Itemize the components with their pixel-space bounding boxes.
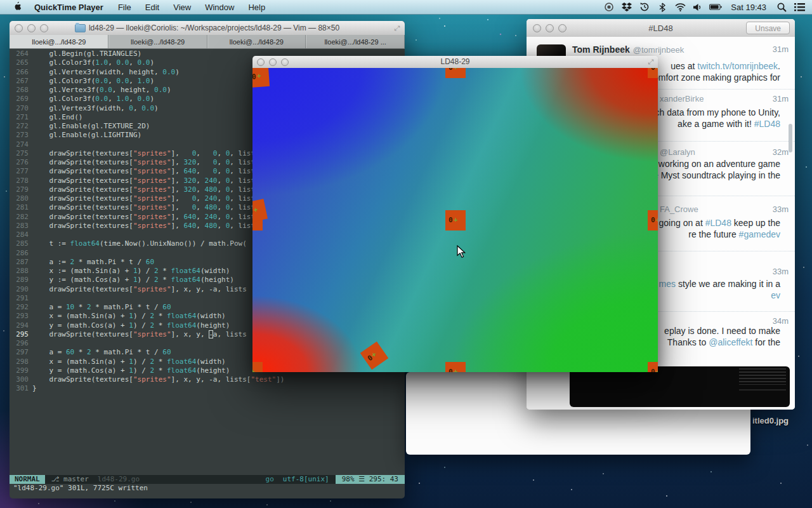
tweet-text-fragment: style we are making it in a bbox=[676, 279, 780, 289]
tweet-timestamp: 31m bbox=[773, 44, 789, 54]
sprite-label: 0 bbox=[651, 216, 655, 224]
line-number: 290 bbox=[13, 285, 29, 294]
tweet-timestamp: 32m bbox=[773, 147, 789, 157]
wifi-icon[interactable] bbox=[674, 2, 686, 12]
line-number: 282 bbox=[13, 213, 29, 222]
line-number: 288 bbox=[13, 267, 29, 276]
sprite-label: 0 bbox=[449, 216, 453, 224]
game-sprite: 0 bbox=[648, 210, 658, 231]
tweet-text-fragment: uch data from my phone to Unity, bbox=[650, 107, 780, 117]
tweet-link[interactable]: ev bbox=[771, 290, 780, 300]
game-window[interactable]: LD48-29 ⤢ 000000000000 bbox=[252, 56, 658, 372]
tweet-link[interactable]: @aliceffekt bbox=[709, 337, 752, 347]
line-number: 285 bbox=[13, 239, 29, 248]
game-titlebar[interactable]: LD48-29 ⤢ bbox=[252, 56, 658, 69]
tweet-author-handle[interactable]: @tomrijnbeek bbox=[633, 45, 684, 55]
line-number: 271 bbox=[13, 113, 29, 122]
tweet-author-handle[interactable]: @Laralyn bbox=[660, 147, 695, 157]
game-sprite: 0 bbox=[252, 199, 268, 223]
game-sprite: 0 bbox=[648, 68, 658, 78]
tweet-author-handle[interactable]: FA_Crowe bbox=[660, 204, 698, 214]
terminal-tab[interactable]: lloeki@.../ld48-29 ... bbox=[306, 35, 405, 48]
line-number: 264 bbox=[13, 50, 29, 58]
line-number: 272 bbox=[13, 122, 29, 131]
vim-filetype: go bbox=[266, 475, 274, 484]
terminal-tab[interactable]: lloeki@.../ld48-29 bbox=[108, 35, 207, 48]
tweet-text-fragment: ake a game with it! bbox=[678, 119, 754, 129]
menu-item-file[interactable]: File bbox=[111, 3, 138, 12]
screen-recording-icon[interactable] bbox=[603, 2, 615, 12]
menu-app-name[interactable]: QuickTime Player bbox=[27, 3, 111, 12]
dropbox-icon[interactable] bbox=[620, 2, 633, 12]
line-number: 298 bbox=[13, 358, 29, 366]
terminal-tab-bar[interactable]: lloeki@.../ld48-29lloeki@.../ld48-29lloe… bbox=[10, 35, 405, 49]
line-number: 278 bbox=[13, 177, 29, 185]
line-number: 287 bbox=[13, 258, 29, 267]
line-number: 281 bbox=[13, 203, 29, 212]
spotlight-icon[interactable] bbox=[775, 2, 788, 12]
tweet-link[interactable]: #LD48 bbox=[754, 119, 780, 129]
game-sprite: 0 bbox=[445, 210, 466, 231]
terminal-titlebar[interactable]: ld48-29 — lloeki@Coriolis: ~/Workspace/p… bbox=[10, 21, 405, 36]
line-number: 300 bbox=[13, 375, 29, 384]
tweet-image[interactable] bbox=[570, 366, 790, 407]
tweet-author-handle[interactable]: xanderBirke bbox=[660, 94, 704, 104]
line-number: 275 bbox=[13, 149, 29, 158]
resize-icon[interactable]: ⤢ bbox=[394, 24, 400, 32]
game-sprite: 0 bbox=[252, 362, 263, 372]
git-branch: ⎇ master bbox=[51, 475, 89, 484]
code-line: 300 drawSprite(textures["sprites"], x, y… bbox=[13, 375, 405, 384]
line-number: 289 bbox=[13, 276, 29, 284]
line-number: 293 bbox=[13, 312, 29, 321]
vim-filename: ld48-29.go bbox=[98, 475, 140, 484]
tweet-link[interactable]: #gamedev bbox=[739, 229, 780, 239]
line-number: 273 bbox=[13, 131, 29, 140]
line-number: 266 bbox=[13, 68, 29, 77]
line-number: 284 bbox=[13, 231, 29, 239]
menu-item-view[interactable]: View bbox=[166, 3, 198, 12]
line-number: 277 bbox=[13, 167, 29, 176]
tweet-timestamp: 33m bbox=[773, 204, 789, 214]
menu-item-help[interactable]: Help bbox=[241, 3, 272, 12]
tweet-link[interactable]: mes bbox=[659, 279, 676, 289]
terminal-tab[interactable]: lloeki@.../ld48-29 bbox=[207, 35, 306, 48]
line-number: 269 bbox=[13, 95, 29, 104]
tweet-text-fragment: omfort zone making graphics for bbox=[653, 72, 780, 83]
unsave-button[interactable]: Unsave bbox=[746, 22, 790, 34]
tweet-header: Tom Rijnbeek@tomrijnbeek31m bbox=[572, 44, 789, 55]
code-line: 301} bbox=[13, 384, 405, 393]
menu-clock[interactable]: Sat 19:43 bbox=[727, 3, 770, 12]
line-number: 283 bbox=[13, 222, 29, 231]
tweet-text-fragment: keep up the bbox=[731, 218, 780, 228]
vim-statusline: NORMAL ⎇ master ld48-29.go go utf-8[unix… bbox=[10, 475, 405, 484]
notification-center-icon[interactable] bbox=[793, 2, 806, 12]
tweet-link[interactable]: #LD48 bbox=[705, 218, 731, 228]
bluetooth-icon[interactable] bbox=[656, 2, 669, 12]
tweet-text-fragment: . bbox=[778, 61, 780, 71]
menu-item-edit[interactable]: Edit bbox=[138, 3, 166, 12]
tweet-link[interactable]: twitch.tv/tomrijnbeek bbox=[697, 61, 778, 71]
tweet-timestamp: 31m bbox=[773, 94, 789, 104]
line-number: 286 bbox=[13, 249, 29, 258]
game-sprite: 0 bbox=[252, 68, 270, 88]
tweet-author-name[interactable]: Tom Rijnbeek bbox=[572, 44, 630, 55]
line-number: 265 bbox=[13, 58, 29, 67]
vim-message: "ld48-29.go" 301L, 7725C written bbox=[13, 484, 148, 493]
sprite-label: 0 bbox=[449, 368, 453, 372]
battery-icon[interactable] bbox=[709, 2, 722, 12]
terminal-tab[interactable]: lloeki@.../ld48-29 bbox=[10, 35, 108, 48]
resize-icon[interactable]: ⤢ bbox=[648, 58, 653, 66]
apple-menu-icon[interactable] bbox=[8, 1, 27, 13]
tweet-text-fragment: eplay is done. I need to make bbox=[664, 326, 780, 336]
volume-icon[interactable] bbox=[691, 2, 704, 12]
sprite-label: 0 bbox=[366, 354, 374, 363]
game-canvas[interactable]: 000000000000 bbox=[252, 68, 658, 372]
sprite-label: 0 bbox=[651, 68, 655, 72]
tweet-text-fragment: working on an adventure game bbox=[658, 159, 780, 169]
menu-item-window[interactable]: Window bbox=[198, 3, 241, 12]
line-number: 270 bbox=[13, 104, 29, 113]
scrollbar-thumb[interactable] bbox=[789, 124, 792, 152]
time-machine-icon[interactable] bbox=[638, 2, 651, 12]
desktop-file-label[interactable]: itled0.jpg bbox=[752, 416, 789, 425]
terminal-title: ld48-29 — lloeki@Coriolis: ~/Workspace/p… bbox=[10, 23, 405, 34]
